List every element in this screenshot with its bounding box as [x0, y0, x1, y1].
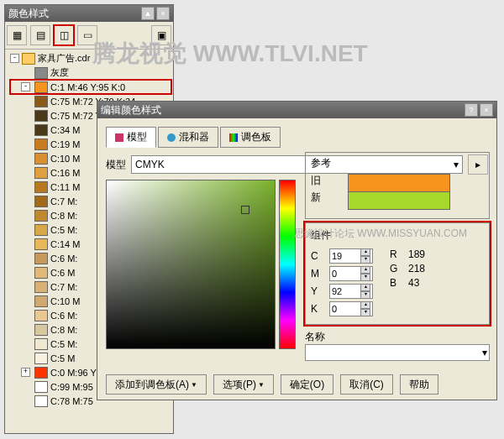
swatch-icon [34, 96, 48, 107]
swatch-label: C:78 M:75 [50, 396, 93, 406]
swatch-icon [34, 210, 48, 222]
swatch-icon [34, 224, 48, 236]
m-input[interactable]: 0▴▾ [329, 266, 373, 281]
color-panel-title: 颜色样式 [8, 7, 49, 21]
swatch-label: C:8 M: [50, 211, 77, 221]
new-child-button[interactable]: ▤ [30, 25, 50, 45]
m-spin-up[interactable]: ▴ [360, 266, 370, 274]
k-spin-down[interactable]: ▾ [360, 309, 370, 316]
tree-doc-row[interactable]: - 家具广告.cdr [10, 51, 171, 65]
tab-model[interactable]: 模型 [106, 127, 156, 148]
swatch-label: C:6 M [50, 268, 75, 278]
name-label: 名称 [305, 330, 325, 344]
swatch-label: C:16 M [50, 168, 80, 178]
swatch-label: C:0 M:96 Y [50, 368, 97, 378]
expander-icon[interactable]: + [21, 368, 30, 377]
swatch-icon [34, 367, 48, 379]
swatch-icon [34, 238, 48, 250]
tab-palette[interactable]: 调色板 [220, 127, 281, 148]
y-spin-up[interactable]: ▴ [360, 284, 370, 291]
tab-mixer[interactable]: 混和器 [158, 127, 218, 148]
model-label: 模型 [106, 158, 126, 172]
k-input[interactable]: 0▴▾ [329, 301, 373, 316]
editor-tabs: 模型 混和器 调色板 [106, 127, 488, 148]
swatch-icon [34, 181, 48, 193]
reference-title: 参考 [311, 156, 484, 170]
tree-gray-row[interactable]: 灰度 [10, 65, 171, 80]
model-value: CMYK [135, 159, 165, 170]
k-spin-up[interactable]: ▴ [360, 301, 370, 309]
g-value: 218 [408, 263, 425, 274]
rollup-button[interactable]: ▲ [141, 7, 155, 20]
cancel-button[interactable]: 取消(C) [340, 374, 393, 395]
help-button[interactable]: 帮助 [400, 374, 438, 395]
swatch-label: C:6 M: [50, 253, 77, 264]
ok-button[interactable]: 确定(O) [281, 374, 333, 395]
y-spin-down[interactable]: ▾ [360, 291, 370, 299]
g-label: G [390, 263, 405, 274]
chevron-down-icon: ▾ [482, 347, 487, 358]
y-input[interactable]: 92▴▾ [329, 284, 373, 299]
b-label: B [390, 277, 405, 289]
m-spin-down[interactable]: ▾ [360, 274, 370, 281]
swatch-label: C:5 M: [50, 225, 77, 235]
color-panel-toolbar: ▦ ▤ ◫ ▭ ▣ [5, 22, 173, 50]
swatch-label: C:11 M [50, 182, 80, 192]
m-label: M [311, 268, 326, 280]
editor-title: 编辑颜色样式 [101, 103, 161, 118]
c-spin-down[interactable]: ▾ [360, 256, 370, 264]
swatch-label: C:8 M: [50, 325, 77, 335]
swatch-label: C:14 M [50, 239, 80, 249]
picker-handle[interactable] [241, 206, 249, 214]
b-value: 43 [408, 277, 419, 289]
close-editor-button[interactable]: × [480, 103, 493, 117]
swatch-icon [34, 295, 48, 307]
edit-style-button[interactable]: ◫ [54, 25, 74, 45]
reference-group: 参考 旧 新 [305, 152, 490, 219]
components-title: 组件 [311, 228, 484, 243]
expander-icon[interactable]: - [21, 82, 30, 91]
editor-titlebar: 编辑颜色样式 ? × [97, 102, 496, 118]
swatch-icon [34, 167, 48, 179]
c-input[interactable]: 19▴▾ [329, 248, 373, 264]
folder-icon [22, 53, 35, 65]
swatch-icon [34, 353, 48, 364]
delete-style-button[interactable]: ▭ [77, 25, 97, 45]
expander-icon[interactable]: - [10, 54, 19, 63]
close-button[interactable]: × [156, 7, 170, 20]
swatch-label: C:6 M: [50, 311, 77, 321]
swatch-icon [34, 381, 48, 393]
components-group: 组件 C19▴▾ M0▴▾ Y92▴▾ K0▴▾ R189 G218 B43 [305, 222, 490, 325]
swatch-label: C:5 M [50, 353, 75, 363]
swatch-icon [34, 81, 48, 93]
swatch-icon [34, 338, 48, 350]
edit-color-dialog: 编辑颜色样式 ? × 模型 混和器 调色板 模型 CMYK ▾ ▸ [97, 101, 497, 400]
y-label: Y [311, 285, 326, 297]
hue-slider[interactable] [279, 180, 296, 349]
old-label: 旧 [311, 174, 326, 188]
r-value: 189 [408, 248, 425, 260]
swatch-icon [34, 281, 48, 293]
add-to-palette-button[interactable]: 添加到调色板(A)▼ [106, 374, 207, 395]
swatch-icon [34, 196, 48, 207]
swatch-icon [34, 267, 48, 279]
new-style-button[interactable]: ▦ [7, 25, 27, 45]
color-gradient-picker[interactable] [106, 180, 276, 349]
new-label: 新 [311, 191, 326, 205]
k-label: K [311, 303, 326, 315]
tree-swatch-row[interactable]: -C:1 M:46 Y:95 K:0 [10, 80, 171, 94]
c-spin-up[interactable]: ▴ [360, 248, 370, 256]
help-window-button[interactable]: ? [465, 103, 478, 117]
color-panel-titlebar: 颜色样式 ▲ × [5, 5, 173, 22]
doc-name: 家具广告.cdr [38, 52, 90, 65]
swatch-label: C:7 M: [50, 196, 77, 206]
swatch-label: C:7 M: [50, 282, 77, 292]
name-input[interactable]: ▾ [305, 344, 490, 361]
swatch-icon [34, 67, 48, 79]
swatch-label: C:99 M:95 [50, 382, 93, 392]
swatch-icon [34, 324, 48, 336]
options-button[interactable]: ▣ [151, 25, 171, 45]
dialog-buttons: 添加到调色板(A)▼ 选项(P)▼ 确定(O) 取消(C) 帮助 [106, 374, 488, 395]
swatch-label: C:34 M [50, 125, 80, 135]
options-button[interactable]: 选项(P)▼ [213, 374, 274, 395]
